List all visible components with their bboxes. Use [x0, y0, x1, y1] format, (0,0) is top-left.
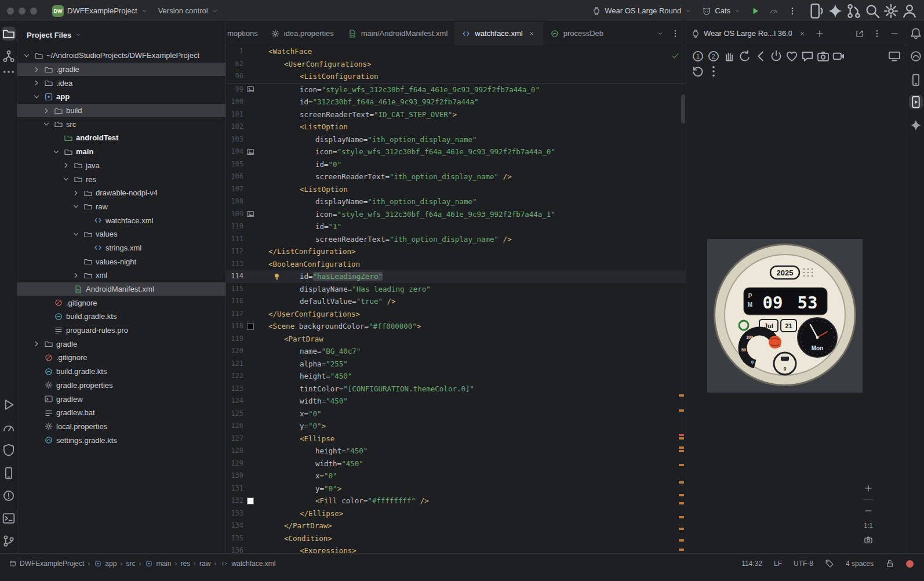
- notification-button[interactable]: [801, 49, 814, 63]
- tree-item-xml[interactable]: xml: [17, 268, 225, 282]
- tree-item-gradlew-bat[interactable]: gradlew.bat: [17, 406, 225, 420]
- drawable-preview-icon[interactable]: [246, 210, 254, 218]
- palm-button[interactable]: [722, 49, 736, 63]
- code-line-101[interactable]: 101screenReaderText="ID_CAT_STEP_OVER">: [226, 108, 686, 121]
- code-line-120[interactable]: 120name="BG_40c7": [226, 345, 686, 358]
- code-line-128[interactable]: 128height="450": [226, 445, 686, 457]
- code-line-106[interactable]: 106screenReaderText="ith_option_display_…: [226, 170, 686, 183]
- gemini-button[interactable]: [827, 3, 844, 19]
- intention-bulb-icon[interactable]: [272, 272, 281, 281]
- code-line-99[interactable]: 99icon="style_wfs_312c30bf_f64a_461e_9c9…: [226, 83, 686, 96]
- caret-position[interactable]: 114:32: [741, 560, 762, 568]
- tree-item-proguard-rules-pro[interactable]: proguard-rules.pro: [17, 324, 225, 337]
- tree-item-raw[interactable]: raw: [17, 200, 225, 214]
- code-line-105[interactable]: 105id="0": [226, 158, 686, 171]
- code-line-96[interactable]: 96<ListConfiguration: [226, 70, 686, 83]
- stripe-mark[interactable]: [679, 446, 684, 449]
- stripe-mark[interactable]: [679, 394, 684, 397]
- stripe-mark[interactable]: [679, 409, 684, 412]
- code-line-125[interactable]: 125x="0": [226, 408, 686, 420]
- code-line-134[interactable]: 134</PartDraw>: [226, 520, 686, 532]
- stripe-mark[interactable]: [679, 502, 684, 504]
- breadcrumb-item-watchface-xml[interactable]: watchface.xml: [220, 559, 275, 568]
- code-line-103[interactable]: 103displayName="ith_option_display_name": [226, 133, 686, 146]
- more-options-button[interactable]: [707, 64, 721, 78]
- tree-item-gradle[interactable]: .gradle: [17, 63, 225, 77]
- open-in-window-button[interactable]: [853, 27, 867, 41]
- pr-button[interactable]: [845, 3, 863, 19]
- project-panel-header[interactable]: Project Files: [17, 22, 225, 48]
- tree-item-gradle[interactable]: gradle: [17, 337, 225, 351]
- run-configuration-selector[interactable]: Cats: [697, 3, 745, 19]
- avatar-button[interactable]: [901, 3, 918, 19]
- chevron-right-icon[interactable]: [71, 188, 81, 198]
- chevron-down-icon[interactable]: [52, 147, 61, 157]
- code-line-111[interactable]: 111screenReaderText="ith_option_display_…: [226, 233, 686, 246]
- screen-record-button[interactable]: [832, 49, 846, 63]
- code-line-136[interactable]: 136<Expressions>: [226, 544, 686, 553]
- device-explorer-icon[interactable]: [909, 73, 923, 87]
- editor-area[interactable]: moptions idea.propertiesmain/AndroidMani…: [226, 22, 686, 553]
- chevron-right-icon[interactable]: [61, 161, 71, 170]
- chevron-right-icon[interactable]: [32, 78, 41, 88]
- code-line-104[interactable]: 104icon="style_wfs_312c30bf_f64a_461e_9c…: [226, 146, 686, 158]
- code-line-118[interactable]: 118<Scene backgroundColor="#ff000000">: [226, 320, 686, 333]
- zoom-out-button[interactable]: [861, 504, 875, 518]
- project-selector[interactable]: DW DWFExampleProject: [48, 3, 152, 19]
- stripe-mark[interactable]: [679, 516, 684, 518]
- stripe-mark[interactable]: [679, 528, 684, 530]
- close-device-tab-button[interactable]: [795, 27, 809, 41]
- stripe-mark[interactable]: [679, 494, 684, 496]
- tree-item-build[interactable]: build: [17, 104, 225, 118]
- run-icon[interactable]: [2, 398, 16, 412]
- code-line-110[interactable]: 110id="1": [226, 220, 686, 233]
- reset-button[interactable]: [691, 64, 705, 78]
- panel-options-button[interactable]: [870, 27, 884, 41]
- run-button[interactable]: [747, 3, 764, 19]
- code-line-116[interactable]: 116defaultValue="true" />: [226, 295, 686, 308]
- color-swatch-icon[interactable]: [247, 323, 254, 330]
- tree-item-gradle-properties[interactable]: gradle.properties: [17, 379, 225, 393]
- chevron-down-icon[interactable]: [32, 92, 41, 101]
- heart-rate-button[interactable]: [785, 49, 799, 63]
- stripe-mark[interactable]: [679, 437, 684, 440]
- tree-item-main[interactable]: main: [17, 145, 225, 159]
- breadcrumb-item-res[interactable]: res: [180, 560, 190, 568]
- code-line-119[interactable]: 119<PartDraw: [226, 333, 686, 346]
- back-button[interactable]: [754, 49, 767, 63]
- version-control-icon[interactable]: [2, 534, 16, 548]
- code-line-62[interactable]: 62<UserConfigurations>: [226, 58, 686, 71]
- code-line-127[interactable]: 127<Ellipse: [226, 433, 686, 445]
- close-window-button[interactable]: [7, 8, 14, 14]
- tab-overflow-left[interactable]: moptions: [226, 22, 264, 45]
- code-line-100[interactable]: 100id="312c30bf_f64a_461e_9c93_992f2fb7a…: [226, 96, 686, 108]
- tilt-button[interactable]: [738, 49, 752, 63]
- tree-item-idea[interactable]: .idea: [17, 76, 225, 90]
- code-line-114[interactable]: 114id="hasLeadingZero": [226, 270, 686, 283]
- maximize-window-button[interactable]: [30, 8, 37, 14]
- wear-button-1-button[interactable]: 1: [691, 49, 705, 63]
- device-selector[interactable]: Wear OS Large Round: [587, 3, 696, 19]
- code-line-122[interactable]: 122height="450": [226, 370, 686, 383]
- project-icon[interactable]: [2, 27, 16, 41]
- breadcrumb-item-app[interactable]: app: [93, 559, 117, 568]
- tab-watchface-xml[interactable]: watchface.xml: [454, 22, 543, 45]
- tree-item-drawable-nodpi-v4[interactable]: drawable-nodpi-v4: [17, 186, 225, 200]
- code-line-112[interactable]: 112</ListConfiguration>: [226, 245, 686, 258]
- encoding-widget[interactable]: UTF-8: [794, 560, 813, 568]
- zoom-in-button[interactable]: [861, 481, 875, 495]
- watch-face-preview[interactable]: 2025 P M 09 53 Jul 21: [707, 239, 863, 393]
- tree-item-build-gradle-kts[interactable]: build.gradle.kts: [17, 365, 225, 379]
- code-line-108[interactable]: 108displayName="ith_option_display_name": [226, 195, 686, 208]
- code-line-109[interactable]: 109icon="style_wfs_312c30bf_f64a_461e_9c…: [226, 208, 686, 221]
- notifications-icon[interactable]: [909, 27, 923, 41]
- vcs-widget[interactable]: Version control: [154, 3, 223, 19]
- code-line-117[interactable]: 117</UserConfigurations>: [226, 308, 686, 321]
- device-screenshot-button[interactable]: [861, 533, 875, 547]
- zoom-fit-button[interactable]: 1:1: [864, 522, 872, 529]
- tree-item-build-gradle-kts[interactable]: build.gradle.kts: [17, 310, 225, 324]
- stripe-mark[interactable]: [679, 434, 684, 436]
- code-line-131[interactable]: 131y="0">: [226, 482, 686, 495]
- tab-idea-properties[interactable]: idea.properties: [264, 22, 341, 45]
- search-button[interactable]: [864, 3, 881, 19]
